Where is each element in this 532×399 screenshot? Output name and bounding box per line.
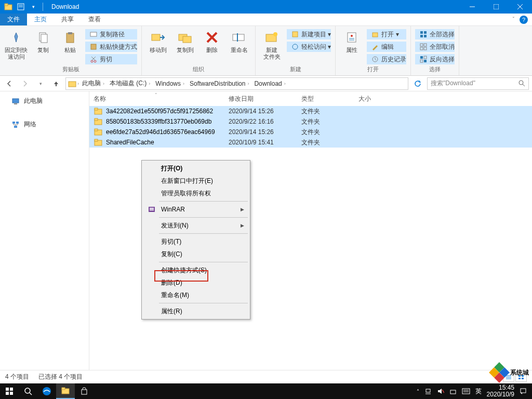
tab-home[interactable]: 主页 [27, 14, 54, 25]
col-type[interactable]: 类型 [301, 95, 358, 103]
forward-button[interactable] [19, 77, 31, 90]
ctx-create-shortcut[interactable]: 创建快捷方式(S) [143, 264, 248, 276]
tray-notifications-icon[interactable] [520, 388, 527, 395]
svg-rect-45 [424, 56, 427, 59]
table-row[interactable]: SharedFileCache2020/10/9 15:41文件夹 [89, 137, 532, 148]
svg-line-18 [91, 57, 95, 60]
ctx-copy[interactable]: 复制(C) [143, 248, 248, 260]
group-open-label: 打开 [367, 64, 379, 75]
col-date[interactable]: 修改日期 [229, 95, 301, 103]
tab-file[interactable]: 文件 [0, 14, 27, 25]
svg-line-50 [523, 84, 525, 86]
ctx-open[interactable]: 打开(O) [143, 162, 248, 175]
recent-dropdown[interactable]: ▾ [34, 77, 47, 90]
svg-point-49 [519, 81, 523, 85]
breadcrumb-seg[interactable]: 本地磁盘 (C:)› [108, 79, 152, 88]
maximize-button[interactable] [484, 0, 508, 14]
copy-button[interactable]: 复制 [31, 28, 55, 54]
ctx-send-to[interactable]: 发送到(N)▶ [143, 219, 248, 232]
svg-rect-28 [292, 32, 298, 37]
copy-icon [35, 29, 51, 46]
back-button[interactable] [3, 77, 16, 90]
tray-ime[interactable]: 英 [475, 387, 482, 396]
svg-rect-75 [10, 388, 13, 391]
sidebar-this-pc[interactable]: 此电脑 [0, 95, 89, 108]
edit-button[interactable]: 编辑 [367, 42, 406, 52]
minimize-button[interactable] [460, 0, 484, 14]
svg-rect-52 [14, 103, 17, 104]
svg-point-31 [351, 35, 353, 37]
svg-rect-40 [420, 44, 423, 46]
sidebar-network[interactable]: 网络 [0, 118, 89, 131]
tray-network-icon[interactable] [424, 388, 432, 395]
breadcrumb-seg[interactable]: Windows› [153, 80, 187, 87]
store-button[interactable] [75, 383, 94, 399]
new-item-button[interactable]: 新建项目 ▾ [287, 29, 331, 39]
ctx-open-new-window[interactable]: 在新窗口中打开(E) [143, 175, 248, 187]
edge-button[interactable] [37, 383, 56, 399]
table-row[interactable]: ee6fde27a52d946d1d636576eac649692020/9/1… [89, 127, 532, 137]
svg-rect-38 [420, 35, 423, 37]
svg-rect-77 [10, 392, 13, 395]
copy-to-button[interactable]: 复制到 [173, 28, 197, 54]
folder-icon [3, 2, 14, 12]
properties-button[interactable]: 属性 [340, 28, 364, 54]
select-all-button[interactable]: 全部选择 [415, 29, 455, 39]
window-title: Download [51, 3, 79, 10]
copy-path-button[interactable]: 复制路径 [85, 29, 137, 39]
close-button[interactable] [508, 0, 532, 14]
col-name[interactable]: 名称 [94, 95, 229, 103]
breadcrumb-seg[interactable]: 此电脑› [80, 79, 107, 88]
tab-share[interactable]: 共享 [54, 14, 81, 25]
delete-button[interactable]: 删除 [200, 28, 224, 54]
ctx-take-ownership[interactable]: 管理员取得所有权 [143, 187, 248, 200]
tray-chevron-icon[interactable]: ˄ [417, 389, 419, 394]
cut-button[interactable]: 剪切 [85, 54, 137, 64]
ctx-properties[interactable]: 属性(R) [143, 305, 248, 317]
tray-security-icon[interactable] [449, 388, 457, 395]
help-icon[interactable]: ? [520, 16, 528, 24]
svg-rect-36 [420, 31, 423, 34]
ctx-cut[interactable]: 剪切(T) [143, 235, 248, 248]
properties-icon[interactable] [16, 2, 26, 12]
paste-icon [62, 29, 78, 46]
col-size[interactable]: 大小 [358, 95, 395, 103]
tab-view[interactable]: 查看 [81, 14, 108, 25]
pin-quick-access-button[interactable]: 固定到快 速访问 [4, 28, 28, 60]
tray-clock[interactable]: 15:45 2020/10/9 [487, 384, 514, 398]
breadcrumb-seg[interactable]: Download› [252, 80, 287, 87]
breadcrumb-seg[interactable]: SoftwareDistribution› [188, 80, 251, 87]
breadcrumb[interactable]: › 此电脑› 本地磁盘 (C:)› Windows› SoftwareDistr… [65, 77, 408, 90]
svg-rect-11 [66, 33, 74, 43]
rename-button[interactable]: 重命名 [227, 28, 251, 54]
qat-dropdown-icon[interactable]: ▾ [28, 2, 38, 12]
sort-indicator-icon: ˄ [155, 92, 157, 98]
move-to-button[interactable]: 移动到 [146, 28, 170, 54]
history-button[interactable]: 历史记录 [367, 54, 406, 64]
tray-keyboard-icon[interactable] [462, 388, 470, 394]
explorer-button[interactable] [56, 383, 75, 399]
refresh-button[interactable] [411, 77, 424, 90]
tray-volume-icon[interactable] [437, 388, 444, 395]
table-row[interactable]: 858050183b53339ffbf313770eb069db2020/9/2… [89, 116, 532, 127]
ribbon-collapse-icon[interactable]: ˇ [513, 17, 514, 22]
group-new-label: 新建 [290, 64, 301, 75]
ctx-winrar[interactable]: WinRAR▶ [143, 203, 248, 216]
svg-rect-42 [420, 47, 423, 50]
new-folder-button[interactable]: 新建 文件夹 [260, 28, 284, 60]
ctx-delete[interactable]: 删除(D) [143, 276, 248, 289]
search-input[interactable]: 搜索"Download" [427, 77, 529, 90]
select-none-button[interactable]: 全部取消 [415, 42, 455, 52]
paste-button[interactable]: 粘贴 [58, 28, 82, 54]
table-row[interactable]: 3a422082ed1e550f957dc5f9172568622020/9/1… [89, 106, 532, 116]
up-button[interactable] [50, 77, 62, 90]
ctx-rename[interactable]: 重命名(M) [143, 289, 248, 301]
svg-rect-74 [6, 388, 9, 391]
search-button[interactable] [19, 383, 37, 399]
paste-shortcut-button[interactable]: 粘贴快捷方式 [85, 42, 137, 52]
invert-selection-button[interactable]: 反向选择 [415, 54, 455, 64]
open-button[interactable]: 打开 ▾ [367, 29, 406, 39]
easy-access-button[interactable]: 轻松访问 ▾ [287, 42, 331, 52]
start-button[interactable] [0, 383, 19, 399]
group-clipboard-label: 剪贴板 [62, 64, 79, 75]
